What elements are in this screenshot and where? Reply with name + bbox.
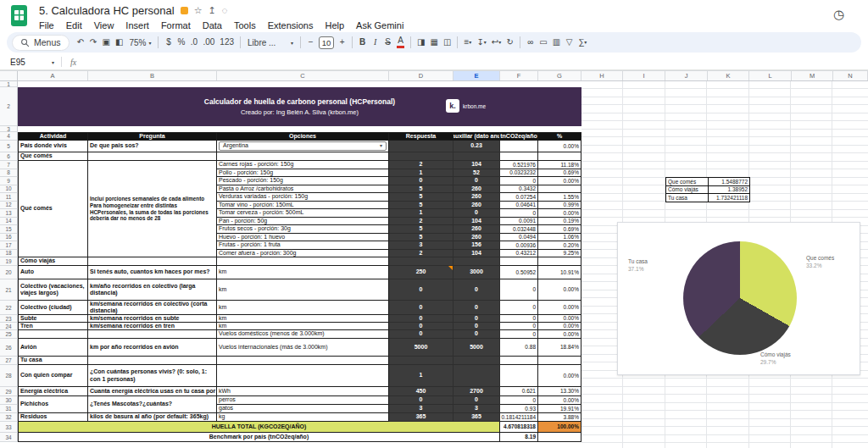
cell-C24[interactable]: km <box>217 323 389 330</box>
column-header-K[interactable]: K <box>708 71 749 80</box>
row-header-32[interactable]: 32 <box>0 413 18 422</box>
cell-C17[interactable]: Frutas - porción: 1 fruta <box>217 241 389 250</box>
currency-format-icon[interactable]: $ <box>162 35 175 50</box>
move-folder-icon[interactable]: ↥ <box>209 6 216 15</box>
cell-G28[interactable]: 0.00% <box>538 365 581 387</box>
column-header-F[interactable]: F <box>500 71 538 80</box>
row-header-22[interactable]: 22 <box>0 301 18 315</box>
cell-A19[interactable]: Cómo viajás <box>18 257 88 266</box>
redo-icon[interactable]: ↷ <box>87 35 100 50</box>
row-header-18[interactable]: 18 <box>0 250 18 258</box>
cell-D17[interactable]: 3 <box>389 241 453 250</box>
cell-A5[interactable]: País donde vivís <box>18 141 88 152</box>
cell-D25[interactable]: 0 <box>389 330 453 339</box>
cell-B26[interactable]: km por año recorridos en avión <box>88 339 217 357</box>
menu-edit[interactable]: Edit <box>60 19 88 31</box>
cell-D13[interactable]: 1 <box>389 209 453 218</box>
cell-A30[interactable]: Pichichos <box>18 396 88 413</box>
cell-D29[interactable]: 450 <box>389 387 453 396</box>
cell-A25[interactable] <box>18 330 88 339</box>
cell-G27[interactable] <box>538 357 581 365</box>
cell-E4[interactable]: auxiliar (dato anu <box>453 132 500 141</box>
insert-chart-icon[interactable]: ▥ <box>550 35 563 50</box>
row-header-31[interactable]: 31 <box>0 405 18 413</box>
cell-C28[interactable] <box>217 365 389 387</box>
select-all-corner[interactable] <box>0 71 18 80</box>
undo-icon[interactable]: ↶ <box>75 35 87 50</box>
cell-B27[interactable] <box>88 357 217 365</box>
cell-E17[interactable]: 156 <box>453 241 500 250</box>
row-header-25[interactable]: 25 <box>0 330 18 339</box>
cell-F5[interactable] <box>500 141 538 152</box>
cell-G18[interactable]: 9.25% <box>538 250 581 258</box>
cell-E28[interactable] <box>453 365 500 387</box>
cell-A22[interactable]: Colectivo (ciudad) <box>18 301 88 315</box>
cell-D4[interactable]: Respuesta <box>389 132 453 141</box>
cell-G19[interactable] <box>538 257 581 266</box>
cell-E20[interactable]: 3000 <box>453 266 500 279</box>
cell-E19[interactable] <box>453 257 500 266</box>
cell-C12[interactable]: Tomar vino - porción: 150mL <box>217 202 389 210</box>
menu-ask-gemini[interactable]: Ask Gemini <box>350 19 409 31</box>
row-header-8[interactable]: 8 <box>0 169 18 178</box>
row-header-13[interactable]: 13 <box>0 209 18 218</box>
cell-E22[interactable]: 0 <box>453 301 500 315</box>
cell-F25[interactable]: 0 <box>500 330 538 339</box>
menus-button[interactable]: Menus <box>12 35 70 51</box>
cell-G16[interactable]: 1.06% <box>538 234 581 242</box>
cell-C19[interactable] <box>217 257 389 266</box>
cell-F31[interactable]: 0.93 <box>500 405 538 413</box>
cell-E25[interactable]: 0 <box>453 330 500 339</box>
cell-G22[interactable]: 0.00% <box>538 301 581 315</box>
insert-link-icon[interactable]: ∞ <box>524 35 537 50</box>
cell-D27[interactable] <box>389 357 453 365</box>
star-icon[interactable]: ☆ <box>194 6 203 15</box>
menu-help[interactable]: Help <box>319 19 350 31</box>
paint-format-icon[interactable]: ◧ <box>113 35 125 50</box>
cell-D18[interactable]: 2 <box>389 250 453 258</box>
cell-A27[interactable]: Tu casa <box>18 357 88 365</box>
filter-icon[interactable]: ▽ <box>563 35 576 50</box>
cell-G5[interactable]: 0.00% <box>538 141 581 152</box>
menu-tools[interactable]: Tools <box>228 19 262 31</box>
number-format-icon[interactable]: 123 <box>217 35 236 50</box>
cell-C6[interactable] <box>217 152 389 161</box>
cell-E12[interactable]: 260 <box>453 202 500 210</box>
cell-G32[interactable]: 3.88% <box>538 413 581 422</box>
cell-A24[interactable]: Tren <box>18 323 88 330</box>
cell-F34[interactable]: 8.19 <box>500 433 538 442</box>
cell-B21[interactable]: km/año recorridos en colectivo (larga di… <box>88 279 217 301</box>
cell-G21[interactable]: 0.00% <box>538 279 581 301</box>
cell-C22[interactable]: km <box>217 301 389 315</box>
cell-C4[interactable]: Opciones <box>217 132 389 141</box>
cell-C23[interactable]: km <box>217 315 389 323</box>
horizontal-align-icon[interactable]: ≡▾ <box>461 35 474 50</box>
cell-G17[interactable]: 0.20% <box>538 241 581 250</box>
cell-F14[interactable]: 0.0091 <box>500 218 538 226</box>
cell-E18[interactable]: 104 <box>453 250 500 258</box>
cell-F8[interactable]: 0.0323232 <box>500 169 538 178</box>
cell-D9[interactable]: 0 <box>389 177 453 185</box>
cell-E14[interactable]: 104 <box>453 218 500 226</box>
cell-G15[interactable]: 0.69% <box>538 225 581 234</box>
cell-F7[interactable]: 0.521976 <box>500 161 538 169</box>
row-header-14[interactable]: 14 <box>0 218 18 226</box>
vertical-align-icon[interactable]: ↧▾ <box>474 35 488 50</box>
cell-D32[interactable]: 365 <box>389 413 453 422</box>
cell-G13[interactable]: 0.00% <box>538 209 581 218</box>
row-header-5[interactable]: 5 <box>0 141 18 152</box>
cell-D23[interactable]: 0 <box>389 315 453 323</box>
cell-B4[interactable]: Pregunta <box>88 132 217 141</box>
cell-G26[interactable]: 18.84% <box>538 339 581 357</box>
cell-C26[interactable]: Vuelos internacionales (más de 3.000km) <box>217 339 389 357</box>
cell-E11[interactable]: 260 <box>453 193 500 202</box>
cell-F22[interactable]: 0 <box>500 301 538 315</box>
cell-A4[interactable]: Actividad <box>18 132 88 141</box>
cell-F16[interactable]: 0.0494 <box>500 234 538 242</box>
cell-F13[interactable]: 0 <box>500 209 538 218</box>
cell-F4[interactable]: tnCO2eq/año <box>500 132 538 141</box>
cell-E31[interactable]: 3 <box>453 405 500 413</box>
formula-input[interactable] <box>85 54 868 69</box>
cell-E29[interactable]: 2700 <box>453 387 500 396</box>
row-header-34[interactable]: 34 <box>0 433 18 442</box>
